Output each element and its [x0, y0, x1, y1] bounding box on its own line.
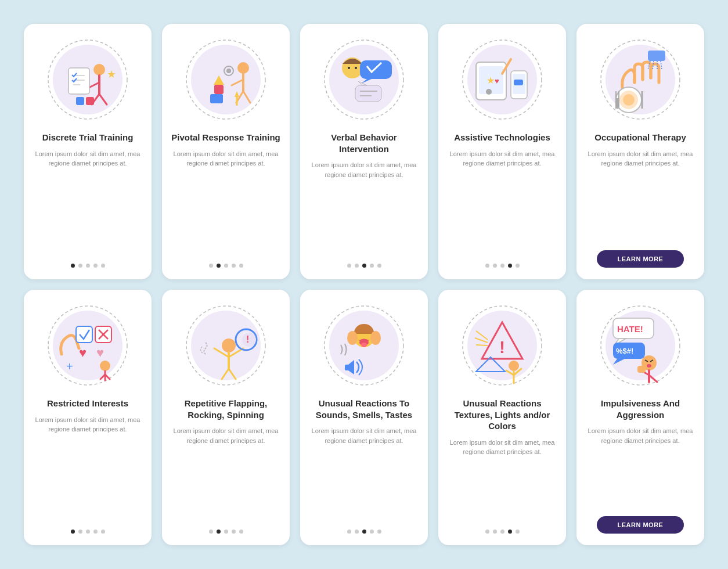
- svg-text:♥: ♥: [79, 345, 87, 360]
- dot: [224, 530, 228, 534]
- card-impulsiveness: HATE! %$#! Impulsiveness And Aggression …: [576, 290, 704, 545]
- illustration-restricted: ♥ + ♥: [41, 299, 134, 392]
- svg-point-73: [100, 361, 110, 371]
- svg-point-27: [226, 69, 231, 73]
- svg-rect-7: [69, 68, 89, 94]
- svg-point-93: [370, 331, 381, 345]
- dot: [209, 264, 213, 268]
- card-9-body: Lorem ipsum dolor sit dim amet, mea regi…: [448, 438, 557, 523]
- dot: [217, 530, 221, 534]
- dot: [209, 530, 213, 534]
- card-8-body: Lorem ipsum dolor sit dim amet, mea regi…: [309, 426, 419, 523]
- svg-text:+: +: [66, 360, 73, 373]
- card-discrete-trial: ★ Discrete Trial Training Lorem ipsum do…: [24, 24, 152, 279]
- card-unusual-textures: ! Unusual Reactions Textures, Lights and…: [438, 290, 566, 545]
- card-3-dots: [347, 264, 381, 268]
- dot: [86, 530, 90, 534]
- card-4-title: Assistive Technologies: [454, 132, 550, 143]
- svg-rect-52: [648, 51, 665, 61]
- dot: [78, 264, 82, 268]
- dot: [93, 264, 98, 268]
- card-6-title: Restricted Interests: [47, 398, 128, 409]
- svg-text:HATE!: HATE!: [617, 324, 643, 334]
- dot: [71, 264, 75, 268]
- dot: [93, 530, 98, 534]
- svg-point-64: [53, 311, 122, 380]
- card-10-title: Impulsiveness And Aggression: [586, 398, 695, 420]
- dot: [493, 264, 497, 268]
- dot: [370, 530, 374, 534]
- svg-point-92: [347, 331, 358, 345]
- illustration-occupational: [594, 33, 687, 126]
- dot: [516, 264, 520, 268]
- dot: [71, 530, 75, 534]
- card-unusual-sounds: Unusual Reactions To Sounds, Smells, Tas…: [300, 290, 428, 545]
- card-2-title: Pivotal Response Training: [171, 132, 280, 143]
- dot: [347, 530, 351, 534]
- dot: [239, 530, 243, 534]
- card-2-dots: [209, 264, 243, 268]
- card-4-body: Lorem ipsum dolor sit dim amet, mea regi…: [448, 149, 557, 257]
- card-9-title: Unusual Reactions Textures, Lights and/o…: [448, 398, 557, 432]
- learn-more-button-1[interactable]: LEARN MORE: [597, 250, 684, 268]
- dot: [508, 530, 512, 534]
- card-6-body: Lorem ipsum dolor sit dim amet, mea regi…: [33, 415, 142, 523]
- card-1-body: Lorem ipsum dolor sit dim amet, mea regi…: [33, 149, 142, 257]
- illustration-pivotal: [179, 33, 272, 126]
- svg-line-108: [476, 345, 488, 345]
- svg-point-59: [623, 94, 635, 106]
- card-grid: ★ Discrete Trial Training Lorem ipsum do…: [10, 10, 718, 559]
- svg-point-115: [647, 364, 651, 368]
- dot: [101, 264, 105, 268]
- card-7-body: Lorem ipsum dolor sit dim amet, mea regi…: [171, 426, 280, 523]
- card-assistive-tech: ★ ♥ Assistive Technologies Lorem ipsum d…: [438, 24, 566, 279]
- card-9-dots: [485, 530, 520, 534]
- dot: [232, 264, 236, 268]
- dot: [508, 264, 512, 268]
- svg-rect-49: [514, 80, 523, 85]
- card-1-dots: [71, 264, 105, 268]
- dot: [362, 264, 366, 268]
- illustration-textures: !: [456, 299, 549, 392]
- learn-more-button-2[interactable]: LEARN MORE: [597, 516, 684, 534]
- dot: [86, 264, 90, 268]
- svg-text:!: !: [499, 337, 505, 356]
- svg-text:♥: ♥: [495, 77, 499, 85]
- svg-rect-66: [76, 326, 92, 343]
- dot: [239, 264, 243, 268]
- svg-text:%$#!: %$#!: [616, 347, 633, 355]
- dot: [232, 530, 236, 534]
- dot: [500, 264, 504, 268]
- dot: [377, 530, 381, 534]
- dot: [78, 530, 82, 534]
- svg-rect-118: [637, 366, 646, 373]
- dot: [347, 264, 351, 268]
- card-7-dots: [209, 530, 243, 534]
- svg-point-28: [329, 45, 399, 114]
- svg-text:★: ★: [107, 69, 116, 80]
- card-6-dots: [71, 530, 105, 534]
- dot: [370, 264, 374, 268]
- dot: [485, 530, 489, 534]
- illustration-assistive: ★ ♥: [456, 33, 549, 126]
- card-1-title: Discrete Trial Training: [42, 132, 134, 143]
- svg-point-32: [355, 67, 357, 69]
- svg-point-48: [486, 89, 492, 95]
- card-10-body: Lorem ipsum dolor sit dim amet, mea regi…: [586, 426, 695, 509]
- dot: [362, 530, 366, 534]
- svg-rect-35: [355, 85, 381, 102]
- card-3-body: Lorem ipsum dolor sit dim amet, mea regi…: [309, 160, 419, 257]
- svg-rect-33: [360, 60, 392, 79]
- card-8-title: Unusual Reactions To Sounds, Smells, Tas…: [309, 398, 419, 420]
- card-restricted-interests: ♥ + ♥ Restricted Interests Lorem ipsum d…: [24, 290, 152, 545]
- card-4-dots: [485, 264, 520, 268]
- dot: [217, 264, 221, 268]
- illustration-flapping: !: [179, 299, 272, 392]
- svg-rect-21: [210, 94, 223, 103]
- svg-text:♥: ♥: [96, 345, 104, 360]
- card-7-title: Repetitive Flapping, Rocking, Spinning: [171, 398, 280, 420]
- svg-point-95: [361, 343, 367, 347]
- svg-point-2: [93, 64, 105, 75]
- svg-rect-97: [345, 365, 349, 370]
- card-pivotal-response: Pivotal Response Training Lorem ipsum do…: [162, 24, 290, 279]
